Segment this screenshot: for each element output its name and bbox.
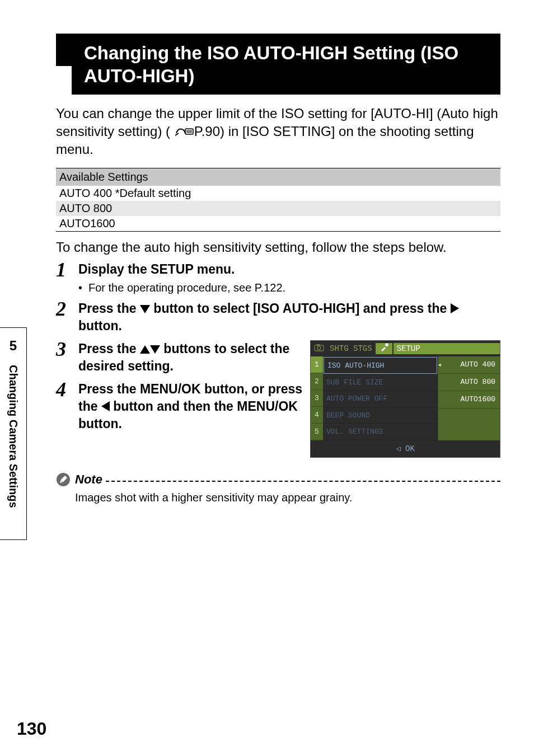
table-row: AUTO 400 *Default setting (56, 186, 500, 201)
shtg-stgs-tab: SHTG STGS (327, 344, 374, 353)
menu-number: 4 (311, 407, 323, 424)
menu-item: BEEP SOUND (323, 407, 438, 424)
down-arrow-icon (140, 305, 150, 313)
note-label: Note (75, 472, 102, 487)
reference-icon (174, 125, 194, 138)
step-text: Press the (78, 341, 140, 356)
up-arrow-icon (140, 345, 150, 354)
menu-option: AUTO1600 (438, 391, 500, 408)
menu-item: VOL. SETTINGS (323, 424, 438, 440)
note-pencil-icon (56, 472, 71, 487)
heading-text: Changing the ISO AUTO-HIGH Setting (ISO … (84, 43, 458, 86)
svg-point-5 (317, 346, 321, 350)
tool-tab-icon (376, 343, 392, 354)
intro-paragraph: You can change the upper limit of the IS… (56, 105, 500, 159)
menu-number: 2 (311, 373, 323, 390)
step-title: Press the buttons to select the desired … (78, 340, 305, 375)
page-number: 130 (17, 719, 46, 739)
note-divider (106, 481, 500, 482)
step-number: 1 (56, 260, 78, 280)
right-arrow-icon (451, 303, 459, 313)
chapter-number: 5 (0, 338, 26, 354)
settings-table: Available Settings AUTO 400 *Default set… (56, 168, 500, 232)
menu-number-column: 1 2 3 4 5 (311, 356, 323, 440)
svg-rect-6 (317, 344, 320, 346)
table-row: AUTO1600 (56, 216, 500, 231)
menu-options-column: AUTO 400 AUTO 800 AUTO1600 (438, 356, 500, 440)
step-number: 4 (56, 379, 78, 400)
step-subtext: For the operating procedure, see P.122. (78, 281, 500, 294)
step-number: 3 (56, 339, 78, 359)
step-text: button. (78, 318, 122, 333)
step-2: 2 Press the button to select [ISO AUTO-H… (56, 300, 500, 335)
note-text: Images shot with a higher sensitivity ma… (56, 491, 500, 504)
camera-tab-icon (311, 344, 327, 354)
menu-footer: ◁ OK (311, 440, 500, 457)
chapter-title: Changing Camera Settings (0, 365, 26, 538)
menu-item: AUTO POWER OFF (323, 391, 438, 407)
menu-item-selected: ISO AUTO-HIGH (324, 357, 437, 374)
step-title: Press the MENU/OK button, or press the b… (78, 381, 305, 433)
note-header-row: Note (56, 472, 500, 487)
step-title: Display the SETUP menu. (78, 261, 500, 278)
menu-item: SUB FILE SIZE (323, 374, 438, 391)
left-arrow-icon (101, 401, 110, 411)
step-text: button and then the MENU/OK button. (78, 399, 298, 431)
table-row: AUTO 800 (56, 201, 500, 216)
step-4: 4 Press the MENU/OK button, or press the… (56, 381, 305, 433)
step-3: 3 Press the buttons to select the desire… (56, 340, 305, 375)
table-header: Available Settings (56, 168, 500, 186)
menu-number: 5 (311, 424, 323, 440)
menu-number: 3 (311, 390, 323, 407)
camera-screenshot: SHTG STGS SETUP 1 2 3 4 5 ISO AUTO-HIGH … (310, 340, 500, 458)
intro-page-ref: P.90 (194, 124, 220, 139)
menu-option: AUTO 800 (438, 374, 500, 391)
menu-number: 1 (311, 356, 323, 373)
step-number: 2 (56, 299, 78, 319)
section-heading: Changing the ISO AUTO-HIGH Setting (ISO … (56, 34, 500, 95)
step-text: Press the (78, 301, 140, 316)
sidebar-chapter-box: 5 Changing Camera Settings (0, 327, 27, 540)
setup-tab: SETUP (394, 343, 500, 354)
step-title: Press the button to select [ISO AUTO-HIG… (78, 300, 500, 335)
menu-option-selected: AUTO 400 (438, 356, 500, 374)
step-1: 1 Display the SETUP menu. For the operat… (56, 261, 500, 294)
down-arrow-icon (150, 345, 160, 354)
step-text: button to select [ISO AUTO-HIGH] and pre… (153, 301, 450, 316)
transition-text: To change the auto high sensitivity sett… (56, 240, 500, 255)
menu-item-list: ISO AUTO-HIGH SUB FILE SIZE AUTO POWER O… (323, 356, 438, 440)
